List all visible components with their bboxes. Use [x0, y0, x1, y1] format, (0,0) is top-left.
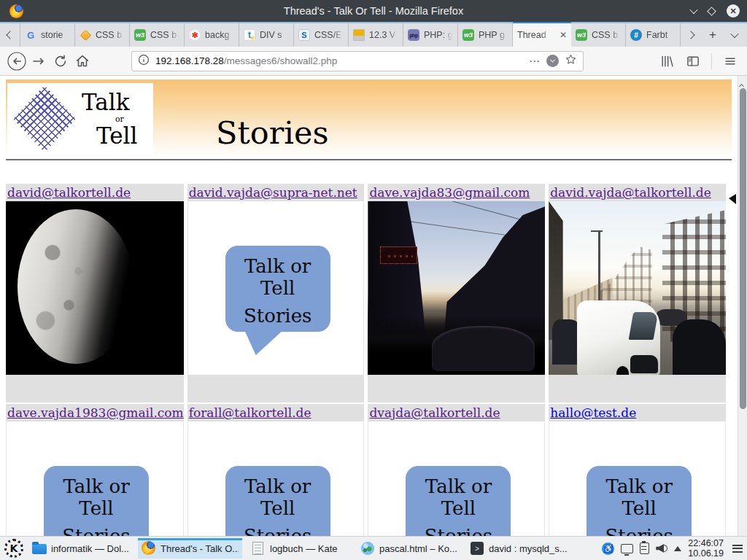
- site-info-icon[interactable]: [138, 54, 150, 69]
- story-card: david.vajda@supra-net.net Talk or Tell S…: [187, 184, 365, 402]
- story-email-link[interactable]: david@talkortell.de: [7, 185, 131, 200]
- home-button[interactable]: [71, 50, 93, 72]
- accessibility-icon[interactable]: ♿: [602, 542, 614, 555]
- minimize-button[interactable]: [689, 6, 697, 14]
- taskbar: K informatik — Dol... Thread's - Talk O.…: [0, 536, 747, 560]
- back-button[interactable]: [6, 50, 28, 72]
- display-icon[interactable]: [621, 544, 633, 553]
- tab-stories[interactable]: G storie: [20, 23, 75, 47]
- navigation-toolbar: 192.168.178.28/messages6/showall2.php ⋯: [0, 47, 747, 76]
- story-image-moon[interactable]: [6, 201, 184, 375]
- blue-t-icon: t: [244, 29, 255, 41]
- story-card: david.vajda@talkortell.de: [549, 184, 726, 402]
- tab-background[interactable]: ✱ backg: [185, 23, 239, 47]
- hash-circle-icon: #: [630, 29, 642, 41]
- pocket-icon[interactable]: [546, 55, 559, 67]
- clock-time: 22:46:07: [688, 538, 724, 548]
- tab-php-1[interactable]: php PHP: g: [403, 23, 458, 47]
- red-asterisk-icon: ✱: [189, 29, 201, 41]
- clock[interactable]: 22:46:07 10.06.19: [688, 538, 724, 559]
- car: [673, 319, 726, 375]
- task-dolphin[interactable]: informatik — Dol...: [28, 539, 133, 559]
- task-kate[interactable]: logbuch — Kate: [247, 539, 352, 559]
- konsole-icon: >: [471, 542, 484, 555]
- window-titlebar: Thread's - Talk Or Tell - Mozilla Firefo…: [0, 0, 747, 22]
- story-card: dave.vajda83@gmail.com: [368, 184, 545, 402]
- task-konsole[interactable]: > david : mysqld_s...: [466, 539, 570, 559]
- php-icon: php: [408, 29, 419, 41]
- story-image-bubble[interactable]: Talk or Tell Stories: [187, 421, 365, 536]
- story-card: david@talkortell.de: [6, 184, 184, 402]
- story-email-link[interactable]: dave.vajda83@gmail.com: [369, 185, 530, 200]
- task-konqueror[interactable]: pascal.html – Ko...: [357, 539, 461, 559]
- story-image-street-dusk[interactable]: [368, 201, 545, 375]
- w3schools-icon: w3: [576, 29, 587, 41]
- w3schools-icon: w3: [134, 29, 146, 41]
- story-image-bubble[interactable]: Talk or Tell Stories: [187, 201, 365, 375]
- konqueror-globe-icon: [361, 542, 374, 555]
- color-swatch-icon: [353, 29, 365, 41]
- talk-or-tell-bubble: Talk or Tell Stories: [225, 466, 330, 536]
- story-card: forall@talkortell.de Talk or Tell Storie…: [187, 404, 365, 536]
- talk-or-tell-bubble: Talk or Tell Stories: [225, 246, 330, 332]
- tab-css-3[interactable]: w3 CSS b: [571, 23, 626, 47]
- tab-farbtabelle[interactable]: # Farbt: [626, 23, 681, 47]
- new-tab-button[interactable]: +: [703, 23, 722, 47]
- task-firefox-active[interactable]: Thread's - Talk O...: [138, 539, 242, 559]
- clipboard-icon[interactable]: [640, 542, 649, 554]
- page-actions-icon[interactable]: ⋯: [529, 55, 541, 68]
- story-card: dave.vajda1983@gmail.com Talk or Tell St…: [6, 404, 184, 536]
- van-grill: [630, 355, 658, 373]
- kde-launcher-icon[interactable]: K: [4, 539, 23, 558]
- tab-close-icon[interactable]: ✕: [558, 30, 567, 40]
- story-email-link[interactable]: dave.vajda1983@gmail.com: [7, 405, 184, 420]
- story-email-link[interactable]: david.vajda@talkortell.de: [550, 185, 711, 200]
- story-email-link[interactable]: david.vajda@supra-net.net: [189, 185, 357, 200]
- tab-threads-active[interactable]: Thread ✕: [513, 23, 571, 47]
- neon-sign: [380, 246, 417, 264]
- tray-expand-icon[interactable]: [674, 546, 681, 551]
- tab-div[interactable]: t DIV s: [239, 23, 294, 47]
- tab-css-2[interactable]: w3 CSS b: [130, 23, 185, 47]
- story-email-link[interactable]: forall@talkortell.de: [189, 405, 311, 420]
- scroll-tabs-right-button[interactable]: [681, 23, 700, 47]
- story-image-bubble[interactable]: Talk or Tell Stories: [368, 421, 545, 536]
- panel-menu-icon[interactable]: [730, 545, 743, 553]
- card-footer: [6, 375, 184, 402]
- tab-12-3[interactable]: 12.3 V: [349, 23, 403, 47]
- page-header: Talk or Tell Stories: [6, 79, 732, 158]
- story-email-link[interactable]: hallo@test.de: [550, 405, 636, 420]
- bookmark-diamond-icon: [80, 29, 91, 41]
- story-image-bubble[interactable]: Talk or Tell Stories: [6, 421, 184, 536]
- tab-css-e[interactable]: S CSS/E: [294, 23, 349, 47]
- story-image-street-day[interactable]: [549, 201, 726, 375]
- menu-hamburger-icon[interactable]: [719, 50, 741, 72]
- sidebar-icon[interactable]: [682, 50, 704, 72]
- tab-bar: G storie CSS b w3 CSS b ✱ backg t DIV s …: [0, 22, 747, 47]
- story-image-bubble[interactable]: Talk or Tell Stories: [549, 421, 726, 536]
- maximize-button[interactable]: [707, 7, 716, 16]
- w3schools-icon: w3: [462, 29, 474, 41]
- story-email-link[interactable]: dvajda@talkortell.de: [369, 405, 500, 420]
- tab-css-1[interactable]: CSS b: [75, 23, 130, 47]
- reload-button[interactable]: [50, 50, 71, 72]
- scroll-tabs-left-button[interactable]: [0, 23, 20, 47]
- card-footer: [187, 375, 365, 402]
- library-icon[interactable]: [656, 50, 678, 72]
- moon-photo: [18, 209, 134, 364]
- list-tabs-button[interactable]: [725, 23, 744, 47]
- bookmark-star-icon[interactable]: [565, 53, 577, 69]
- van-wheel: [616, 366, 629, 375]
- tab-php-2[interactable]: w3 PHP g: [458, 23, 513, 47]
- close-button[interactable]: ✕: [727, 4, 740, 18]
- dolphin-folder-icon: [32, 544, 47, 554]
- fractal-diamond-icon: [13, 85, 76, 152]
- scrollbar-thumb[interactable]: [740, 88, 746, 409]
- card-footer: [549, 375, 726, 402]
- volume-icon[interactable]: [656, 543, 667, 553]
- talk-or-tell-bubble: Talk or Tell Stories: [587, 466, 692, 536]
- forward-button[interactable]: [28, 50, 50, 72]
- vertical-scrollbar[interactable]: [738, 76, 747, 536]
- browser-viewport: Talk or Tell Stories david@talkortell.de…: [0, 76, 747, 536]
- url-bar[interactable]: 192.168.178.28/messages6/showall2.php ⋯: [131, 51, 584, 71]
